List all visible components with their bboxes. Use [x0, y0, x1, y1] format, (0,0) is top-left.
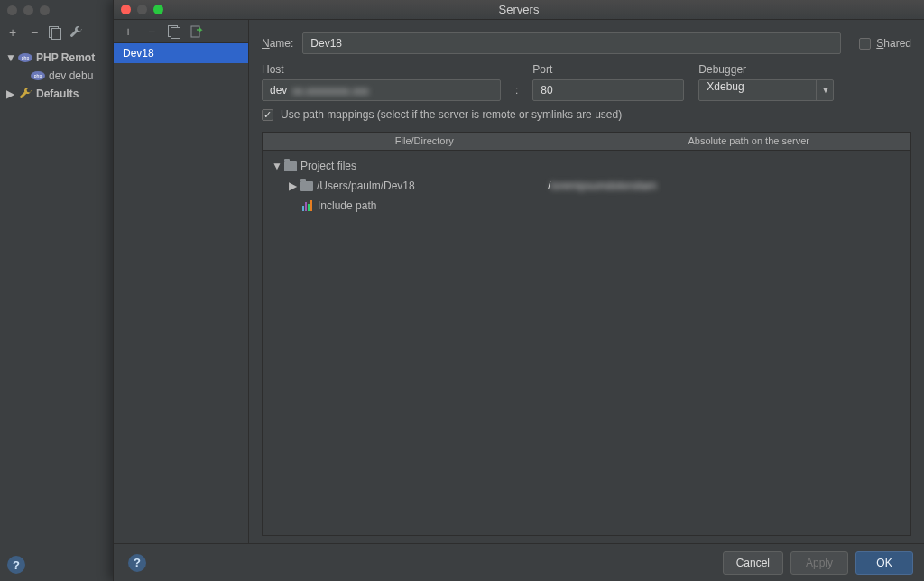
php-icon: php — [31, 69, 45, 83]
path-mappings-header: File/Directory Absolute path on the serv… — [263, 133, 910, 151]
folder-icon — [300, 181, 313, 191]
copy-icon[interactable] — [49, 26, 61, 39]
shared-label[interactable]: Shared — [876, 37, 911, 50]
server-form: Name: Shared Host xx.xxxxxxxx.xxx : Port — [249, 20, 924, 543]
ok-button[interactable]: OK — [855, 551, 913, 575]
use-path-mappings-checkbox[interactable] — [262, 109, 273, 121]
remove-icon[interactable]: − — [144, 24, 159, 39]
dialog-title: Servers — [114, 3, 924, 16]
map-row-local-path[interactable]: ▶ /Users/paulm/Dev18 /loremipsumdolorsit… — [268, 176, 905, 196]
server-list-item[interactable]: Dev18 — [114, 43, 248, 63]
help-icon[interactable]: ? — [7, 556, 25, 574]
traffic-max-icon — [40, 5, 50, 15]
tree-label: Defaults — [36, 88, 79, 100]
debugger-label: Debugger — [698, 63, 834, 76]
name-label: Name: — [262, 37, 293, 50]
dialog-footer: ? Cancel Apply OK — [114, 543, 924, 581]
include-path-icon — [302, 200, 312, 211]
col-absolute-path: Absolute path on the server — [587, 133, 911, 150]
map-label: Project files — [300, 160, 356, 172]
help-icon[interactable]: ? — [128, 554, 146, 572]
port-label: Port — [532, 63, 684, 76]
svg-rect-4 — [191, 26, 199, 37]
wrench-icon[interactable] — [69, 25, 83, 40]
debugger-select[interactable]: Xdebug — [698, 79, 834, 101]
chevron-right-icon[interactable]: ▶ — [288, 180, 297, 192]
host-input[interactable] — [262, 79, 501, 101]
remove-icon[interactable]: − — [27, 25, 42, 40]
map-local-path: /Users/paulm/Dev18 — [317, 180, 415, 192]
host-label: Host — [262, 63, 501, 76]
folder-icon — [284, 161, 297, 171]
add-icon[interactable]: + — [121, 24, 135, 39]
use-path-mappings-label[interactable]: Use path mappings (select if the server … — [281, 108, 622, 121]
wrench-icon — [18, 87, 32, 101]
path-mappings-table: File/Directory Absolute path on the serv… — [262, 132, 911, 536]
host-port-colon: : — [515, 84, 518, 101]
tree-label: PHP Remot — [36, 51, 95, 64]
servers-dialog: Servers + − Dev18 Name: Shared — [113, 0, 924, 581]
map-row-project-files[interactable]: ▼ Project files — [268, 156, 905, 176]
add-icon[interactable]: + — [5, 25, 20, 40]
chevron-down-icon[interactable]: ▼ — [816, 79, 834, 101]
cancel-button[interactable]: Cancel — [723, 551, 783, 575]
tree-label: dev debu — [49, 69, 93, 82]
map-remote-path[interactable]: /loremipsumdolorsitam — [548, 180, 657, 192]
traffic-close-icon — [7, 5, 17, 15]
chevron-down-icon[interactable]: ▼ — [272, 160, 281, 172]
svg-text:php: php — [22, 55, 30, 60]
copy-icon[interactable] — [168, 25, 180, 38]
server-list[interactable]: Dev18 — [114, 43, 248, 543]
port-input[interactable] — [532, 79, 684, 101]
map-label: Include path — [318, 199, 376, 212]
svg-text:php: php — [34, 73, 42, 78]
apply-button[interactable]: Apply — [790, 551, 848, 575]
server-list-pane: + − Dev18 — [114, 20, 249, 543]
chevron-right-icon: ▶ — [5, 88, 14, 100]
col-file-directory: File/Directory — [263, 133, 587, 150]
shared-checkbox[interactable] — [859, 38, 871, 50]
php-icon: php — [18, 51, 32, 65]
map-row-include-path[interactable]: Include path — [268, 196, 905, 216]
name-input[interactable] — [302, 32, 841, 54]
dialog-titlebar: Servers — [114, 0, 924, 20]
server-list-toolbar: + − — [114, 20, 248, 43]
import-icon[interactable] — [189, 24, 204, 39]
traffic-min-icon — [23, 5, 33, 15]
chevron-down-icon: ▼ — [5, 51, 14, 64]
